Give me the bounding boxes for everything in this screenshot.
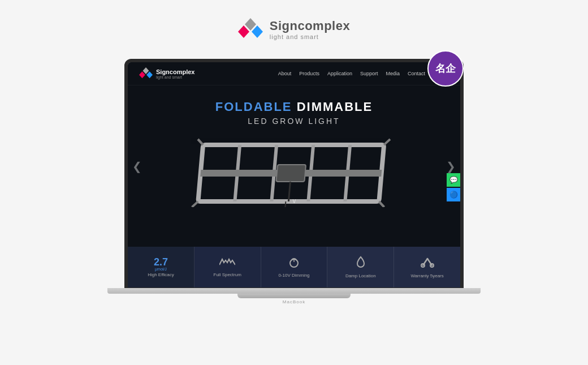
nav-link-contact[interactable]: Contact xyxy=(408,71,425,76)
hero-title-line1: FOLDABLE DIMMABLE xyxy=(215,100,373,114)
next-arrow[interactable]: ❯ xyxy=(446,160,456,173)
macbook-base: MacBook xyxy=(107,288,481,316)
badge-text: 名企 xyxy=(435,62,456,75)
macbook-screen-frame: Signcomplex light and smart About Produc… xyxy=(124,59,464,291)
whatsapp-icon[interactable]: 💬 xyxy=(447,173,460,187)
top-logo-area: Signcomplex light and smart xyxy=(238,0,350,50)
warranty-label: Warranty 5years xyxy=(410,273,443,278)
feature-efficacy: 2.7 μmol/J High Efficacy xyxy=(128,247,194,287)
svg-line-13 xyxy=(288,182,290,201)
svg-line-15 xyxy=(197,139,204,145)
svg-line-14 xyxy=(286,201,286,207)
efficacy-value: 2.7 xyxy=(154,257,168,267)
feature-damp: Damp Location xyxy=(327,247,394,287)
top-logo-name: Signcomplex xyxy=(270,19,350,33)
top-logo-text: Signcomplex light and smart xyxy=(270,19,350,40)
nav-brand: Signcomplex xyxy=(156,68,194,75)
nav-logo-text: Signcomplex light and smart xyxy=(156,68,194,79)
nav-link-products[interactable]: Products xyxy=(299,71,319,76)
website-content: Signcomplex light and smart About Produc… xyxy=(128,62,460,287)
efficacy-unit: μmol/J xyxy=(155,267,167,271)
website-nav: Signcomplex light and smart About Produc… xyxy=(128,62,460,85)
nav-logo-diamond-icon xyxy=(139,67,153,80)
top-logo-tagline: light and smart xyxy=(270,33,350,40)
chat-icon[interactable]: 🔵 xyxy=(447,188,460,201)
hero-title: FOLDABLE DIMMABLE LED GROW LIGHT xyxy=(215,100,373,126)
nav-link-media[interactable]: Media xyxy=(386,71,400,76)
damp-icon xyxy=(355,256,366,271)
spectrum-icon xyxy=(219,257,235,270)
spectrum-label: Full Spectrum xyxy=(214,272,241,277)
svg-rect-12 xyxy=(276,165,306,182)
macbook-base-top xyxy=(107,288,481,294)
feature-warranty: Warranty 5years xyxy=(394,247,460,287)
warranty-icon xyxy=(420,256,435,271)
nav-tagline: light and smart xyxy=(156,75,194,79)
scroll-down-chevron[interactable]: ∨ xyxy=(292,197,297,205)
damp-label: Damp Location xyxy=(345,273,376,278)
nav-logo: Signcomplex light and smart xyxy=(139,67,194,80)
dimming-label: 0-10V Dimming xyxy=(278,273,309,278)
nav-link-support[interactable]: Support xyxy=(360,71,378,76)
macbook-base-stand xyxy=(237,294,351,298)
hero-subtitle: LED GROW LIGHT xyxy=(215,117,373,126)
feature-bar: 2.7 μmol/J High Efficacy Full Spectrum xyxy=(128,247,460,287)
prev-arrow[interactable]: ❮ xyxy=(132,160,142,173)
efficacy-label: High Efficacy xyxy=(148,272,174,277)
macbook-wrapper: 名企 Signcomplex light and smart xyxy=(107,50,481,322)
side-icons: 💬 🔵 xyxy=(447,173,460,201)
svg-line-17 xyxy=(192,201,198,207)
hero-foldable-text: FOLDABLE xyxy=(215,100,292,114)
feature-spectrum: Full Spectrum xyxy=(194,247,261,287)
svg-line-16 xyxy=(384,139,390,145)
nav-link-about[interactable]: About xyxy=(278,71,292,76)
feature-dimming: 0-10V Dimming xyxy=(261,247,328,287)
nav-links: About Products Application Support Media… xyxy=(278,71,425,76)
hero-section: FOLDABLE DIMMABLE LED GROW LIGHT xyxy=(128,85,460,247)
dimming-icon xyxy=(287,256,301,270)
nav-link-application[interactable]: Application xyxy=(327,71,352,76)
hero-dimmable-text: DIMMABLE xyxy=(292,100,373,114)
badge: 名企 xyxy=(427,50,464,87)
svg-line-18 xyxy=(379,201,385,207)
top-logo-diamond-icon xyxy=(238,17,263,42)
macbook-label: MacBook xyxy=(283,299,305,304)
product-image xyxy=(187,117,401,207)
